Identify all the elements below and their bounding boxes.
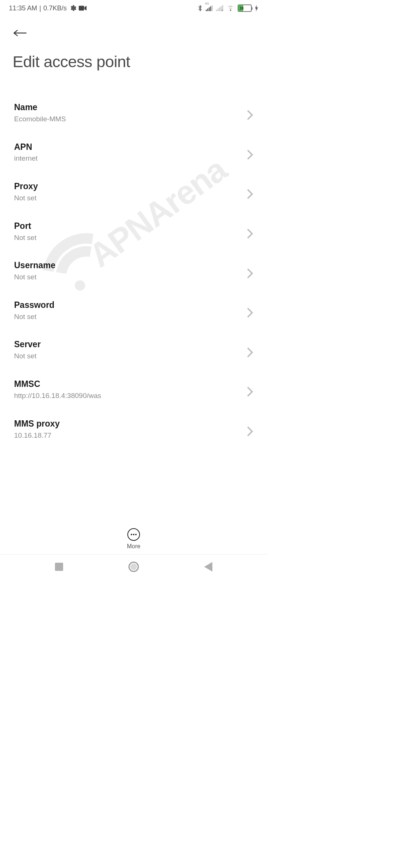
setting-value: Not set xyxy=(14,194,243,203)
setting-value: Not set xyxy=(14,312,243,322)
chevron-right-icon xyxy=(247,386,253,393)
svg-rect-1 xyxy=(206,10,207,11)
signal-sim1-icon xyxy=(206,5,213,11)
wifi-icon xyxy=(226,5,235,11)
chevron-right-icon xyxy=(247,109,253,116)
status-time: 11:35 AM xyxy=(9,4,37,12)
chevron-right-icon xyxy=(247,188,253,195)
svg-rect-3 xyxy=(209,7,210,11)
chevron-right-icon xyxy=(247,228,253,235)
bluetooth-icon xyxy=(198,4,203,12)
more-button[interactable] xyxy=(127,528,140,541)
setting-label: MMS proxy xyxy=(14,418,243,430)
svg-rect-0 xyxy=(79,6,84,11)
chevron-right-icon xyxy=(247,347,253,354)
setting-label: Name xyxy=(14,102,243,113)
setting-label: MMSC xyxy=(14,379,243,390)
nav-back-button[interactable] xyxy=(204,562,212,572)
more-button-area: More xyxy=(0,523,267,550)
nav-recent-button[interactable] xyxy=(55,563,63,571)
setting-mmsc[interactable]: MMSC http://10.16.18.4:38090/was xyxy=(0,370,267,410)
chevron-right-icon xyxy=(247,307,253,314)
setting-value: 10.16.18.77 xyxy=(14,431,243,440)
setting-value: Not set xyxy=(14,352,243,361)
status-bar: 11:35 AM | 0.7KB/s 4G ✕ 38 xyxy=(0,0,267,16)
setting-proxy[interactable]: Proxy Not set xyxy=(0,172,267,212)
svg-rect-2 xyxy=(207,9,208,11)
more-label: More xyxy=(127,543,140,550)
setting-value: internet xyxy=(14,154,243,163)
nav-home-button[interactable] xyxy=(128,562,139,572)
setting-value: Ecomobile-MMS xyxy=(14,115,243,124)
setting-port[interactable]: Port Not set xyxy=(0,212,267,251)
setting-value: http://10.16.18.4:38090/was xyxy=(14,391,243,401)
setting-username[interactable]: Username Not set xyxy=(0,251,267,291)
svg-rect-4 xyxy=(210,6,211,11)
svg-rect-5 xyxy=(212,5,213,11)
svg-text:✕: ✕ xyxy=(221,9,224,11)
cell-type-label: 4G xyxy=(205,2,209,5)
page-header: Edit access point xyxy=(0,16,267,75)
status-netspeed: 0.7KB/s xyxy=(43,4,67,12)
settings-list: Name Ecomobile-MMS APN internet Proxy No… xyxy=(0,93,267,449)
setting-value: Not set xyxy=(14,273,243,282)
setting-label: APN xyxy=(14,142,243,153)
setting-label: Username xyxy=(14,260,243,271)
setting-server[interactable]: Server Not set xyxy=(0,330,267,370)
camera-icon xyxy=(79,5,87,11)
svg-rect-8 xyxy=(219,7,220,11)
setting-label: Proxy xyxy=(14,181,243,192)
gear-icon xyxy=(69,4,76,12)
page-title: Edit access point xyxy=(13,53,258,71)
setting-name[interactable]: Name Ecomobile-MMS xyxy=(0,93,267,133)
setting-password[interactable]: Password Not set xyxy=(0,291,267,331)
setting-apn[interactable]: APN internet xyxy=(0,133,267,172)
charging-icon xyxy=(255,5,258,11)
svg-rect-7 xyxy=(218,9,219,11)
chevron-right-icon xyxy=(247,149,253,156)
battery-icon: 38 xyxy=(238,4,252,12)
system-nav-bar xyxy=(0,554,267,579)
svg-rect-6 xyxy=(216,10,217,11)
setting-label: Port xyxy=(14,221,243,232)
chevron-right-icon xyxy=(247,426,253,433)
setting-label: Server xyxy=(14,339,243,350)
setting-mms-proxy[interactable]: MMS proxy 10.16.18.77 xyxy=(0,410,267,449)
setting-label: Password xyxy=(14,300,243,311)
signal-sim2-icon: ✕ xyxy=(216,5,224,11)
back-arrow-icon[interactable] xyxy=(13,28,27,38)
chevron-right-icon xyxy=(247,268,253,274)
setting-value: Not set xyxy=(14,233,243,243)
